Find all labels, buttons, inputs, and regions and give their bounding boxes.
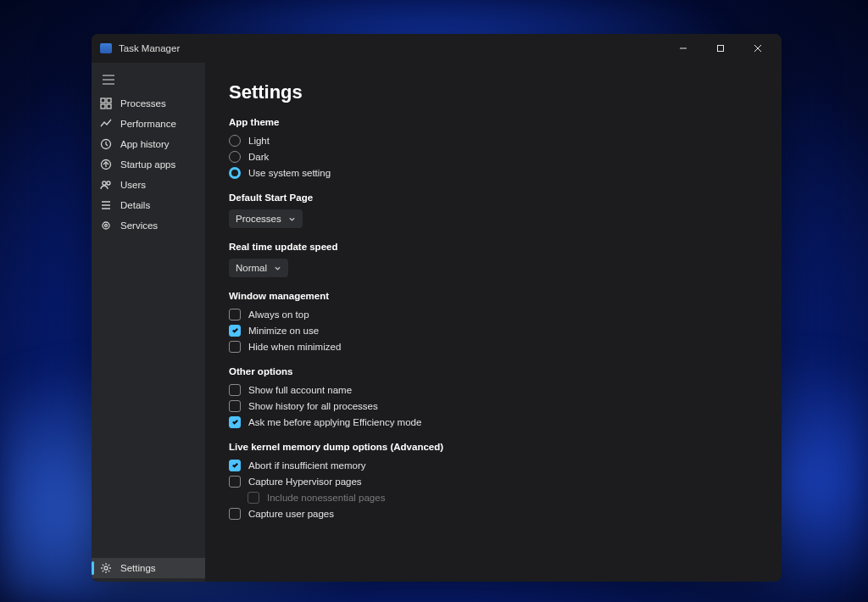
sidebar-item-label: Services <box>120 220 158 231</box>
performance-icon <box>100 118 112 130</box>
svg-rect-1 <box>718 46 724 52</box>
sidebar-item-processes[interactable]: Processes <box>92 93 205 114</box>
svg-rect-9 <box>101 104 105 109</box>
radio-label: Light <box>248 136 270 146</box>
sidebar-item-performance[interactable]: Performance <box>92 114 205 134</box>
services-icon <box>100 220 112 231</box>
chevron-down-icon <box>288 215 296 223</box>
sidebar-item-label: Settings <box>120 563 156 573</box>
checkbox-minimize-on-use[interactable]: Minimize on use <box>229 322 758 338</box>
section-kernel-dump: Live kernel memory dump options (Advance… <box>229 442 758 452</box>
checkbox-label: Ask me before applying Efficiency mode <box>248 417 421 427</box>
section-window-management: Window management <box>229 291 758 301</box>
nav-toggle-button[interactable] <box>93 66 124 93</box>
radio-icon <box>229 151 241 163</box>
checkbox-label: Minimize on use <box>248 326 319 336</box>
svg-rect-7 <box>101 98 105 103</box>
checkbox-capture-user-pages[interactable]: Capture user pages <box>229 505 758 521</box>
sidebar-item-label: Processes <box>120 98 166 109</box>
sidebar: Processes Performance App history Startu… <box>92 63 205 582</box>
hamburger-icon <box>103 75 114 85</box>
gear-icon <box>100 562 112 574</box>
dropdown-realtime-speed[interactable]: Normal <box>229 259 288 277</box>
maximize-button[interactable] <box>702 36 739 61</box>
radio-label: Dark <box>248 152 269 162</box>
checkbox-capture-hypervisor[interactable]: Capture Hypervisor pages <box>229 473 758 489</box>
history-icon <box>100 138 112 150</box>
checkbox-label: Abort if insufficient memory <box>248 460 365 471</box>
details-icon <box>100 199 112 211</box>
section-realtime-speed: Real time update speed <box>229 242 758 252</box>
sidebar-item-settings[interactable]: Settings <box>92 558 205 578</box>
checkbox-icon <box>229 416 241 428</box>
task-manager-icon <box>100 43 112 53</box>
radio-theme-dark[interactable]: Dark <box>229 148 758 164</box>
checkbox-icon <box>229 341 241 353</box>
dropdown-value: Normal <box>236 263 267 273</box>
checkbox-icon <box>229 325 241 337</box>
maximize-icon <box>716 44 725 53</box>
dropdown-value: Processes <box>236 214 281 224</box>
app-title: Task Manager <box>119 43 180 53</box>
radio-label: Use system setting <box>248 168 331 178</box>
startup-icon <box>100 159 112 170</box>
checkbox-label: Capture user pages <box>248 509 334 519</box>
section-default-start-page: Default Start Page <box>229 192 758 203</box>
sidebar-item-label: App history <box>120 139 170 149</box>
checkbox-icon <box>229 400 241 412</box>
close-icon <box>754 44 762 53</box>
minimize-icon <box>679 44 687 53</box>
radio-theme-system[interactable]: Use system setting <box>229 164 758 181</box>
chevron-down-icon <box>274 265 281 272</box>
checkbox-label: Capture Hypervisor pages <box>248 477 362 487</box>
checkbox-icon <box>229 384 241 396</box>
checkbox-label: Show full account name <box>248 385 352 395</box>
svg-rect-8 <box>107 98 111 103</box>
sidebar-item-users[interactable]: Users <box>92 175 205 195</box>
sidebar-item-services[interactable]: Services <box>92 215 205 236</box>
radio-icon <box>229 167 241 179</box>
checkbox-label: Show history for all processes <box>248 401 378 411</box>
checkbox-always-on-top[interactable]: Always on top <box>229 306 758 322</box>
checkbox-show-full-account[interactable]: Show full account name <box>229 382 758 398</box>
svg-point-21 <box>104 566 108 570</box>
svg-point-15 <box>107 181 110 185</box>
sidebar-item-label: Performance <box>120 119 176 129</box>
titlebar[interactable]: Task Manager <box>92 34 782 63</box>
radio-icon <box>229 135 241 147</box>
page-title: Settings <box>229 81 758 103</box>
section-other-options: Other options <box>229 366 758 376</box>
radio-theme-light[interactable]: Light <box>229 132 758 148</box>
sidebar-item-details[interactable]: Details <box>92 195 205 215</box>
checkbox-icon <box>229 309 241 321</box>
checkbox-abort-insufficient-memory[interactable]: Abort if insufficient memory <box>229 457 758 473</box>
checkbox-icon <box>229 476 241 488</box>
sidebar-item-label: Details <box>120 200 150 210</box>
checkbox-label: Include nonessential pages <box>267 493 385 503</box>
svg-point-14 <box>103 181 106 185</box>
checkbox-include-nonessential: Include nonessential pages <box>248 489 758 505</box>
sidebar-item-label: Startup apps <box>120 159 175 170</box>
checkbox-show-history-all[interactable]: Show history for all processes <box>229 398 758 414</box>
task-manager-window: Task Manager Processes Performance <box>92 34 782 582</box>
section-app-theme: App theme <box>229 117 758 127</box>
checkbox-hide-when-minimized[interactable]: Hide when minimized <box>229 338 758 354</box>
close-button[interactable] <box>739 36 776 61</box>
checkbox-icon <box>229 460 241 471</box>
svg-rect-10 <box>107 104 111 109</box>
sidebar-item-label: Users <box>120 180 146 190</box>
sidebar-item-startup-apps[interactable]: Startup apps <box>92 154 205 175</box>
minimize-button[interactable] <box>665 36 702 61</box>
checkbox-icon <box>248 492 259 504</box>
svg-point-20 <box>105 225 108 227</box>
svg-point-19 <box>103 222 109 229</box>
checkbox-icon <box>229 508 241 520</box>
checkbox-label: Always on top <box>248 309 309 320</box>
users-icon <box>100 179 112 191</box>
checkbox-label: Hide when minimized <box>248 342 341 352</box>
grid-icon <box>100 98 112 109</box>
sidebar-item-app-history[interactable]: App history <box>92 134 205 154</box>
settings-pane: Settings App theme Light Dark Use system… <box>205 63 782 582</box>
dropdown-default-start-page[interactable]: Processes <box>229 209 303 228</box>
checkbox-ask-efficiency-mode[interactable]: Ask me before applying Efficiency mode <box>229 414 758 430</box>
